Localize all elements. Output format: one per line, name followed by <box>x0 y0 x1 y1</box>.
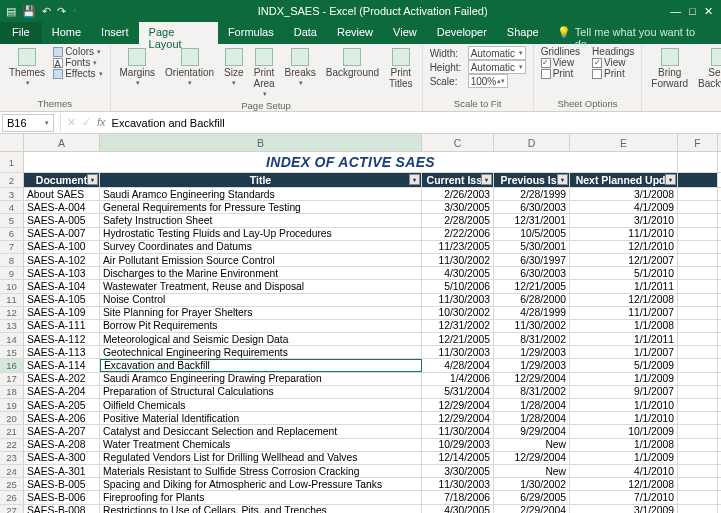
cell-previous-issue[interactable]: 1/28/2004 <box>494 412 570 424</box>
cell-title[interactable]: Water Treatment Chemicals <box>100 439 422 451</box>
cell-title[interactable]: Saudi Aramco Engineering Drawing Prepara… <box>100 373 422 385</box>
cell-previous-issue[interactable]: 1/30/2002 <box>494 478 570 490</box>
cell[interactable] <box>678 373 718 385</box>
cell-title[interactable]: Restrictions to Use of Cellars, Pits, an… <box>100 505 422 514</box>
cell[interactable] <box>678 399 718 411</box>
cell-title[interactable]: Meteorological and Seismic Design Data <box>100 333 422 345</box>
cell-document[interactable]: SAES-A-103 <box>24 267 100 279</box>
cell-title[interactable]: General Requirements for Pressure Testin… <box>100 201 422 213</box>
cell-next-update[interactable]: 1/1/2011 <box>570 333 678 345</box>
width-select[interactable]: Automatic▾ <box>468 46 526 60</box>
cell-previous-issue[interactable]: 11/30/2002 <box>494 320 570 332</box>
cell-previous-issue[interactable]: 1/28/2004 <box>494 399 570 411</box>
cell-next-update[interactable]: 5/1/2010 <box>570 267 678 279</box>
print-area-button[interactable]: Print Area▾ <box>250 46 277 100</box>
fonts-button[interactable]: AFonts▾ <box>52 57 103 68</box>
cell-current-issue[interactable]: 11/30/2003 <box>422 478 494 490</box>
undo-icon[interactable]: ↶ <box>42 5 51 18</box>
cell-current-issue[interactable]: 12/21/2005 <box>422 333 494 345</box>
cell-next-update[interactable]: 11/1/2007 <box>570 307 678 319</box>
cell[interactable] <box>678 254 718 266</box>
cell-next-update[interactable]: 1/1/2010 <box>570 412 678 424</box>
cell[interactable] <box>678 173 718 187</box>
row-header[interactable]: 15 <box>0 346 24 358</box>
save-icon[interactable]: 💾 <box>22 5 36 18</box>
cell-document[interactable]: SAES-A-205 <box>24 399 100 411</box>
enter-formula-icon[interactable]: ✓ <box>82 116 91 129</box>
cell-next-update[interactable]: 12/1/2007 <box>570 254 678 266</box>
cell-previous-issue[interactable]: 12/21/2005 <box>494 280 570 292</box>
header-current-issue[interactable]: Current Issu▾ <box>422 173 494 187</box>
cell-previous-issue[interactable]: 6/30/2003 <box>494 201 570 213</box>
cell-current-issue[interactable]: 4/28/2004 <box>422 359 494 371</box>
cell[interactable] <box>678 412 718 424</box>
row-header[interactable]: 24 <box>0 465 24 477</box>
row-header[interactable]: 10 <box>0 280 24 292</box>
cell-previous-issue[interactable]: 9/29/2004 <box>494 425 570 437</box>
cancel-formula-icon[interactable]: ✕ <box>67 116 76 129</box>
cell-document[interactable]: SAES-B-005 <box>24 478 100 490</box>
cell-document[interactable]: SAES-A-111 <box>24 320 100 332</box>
size-button[interactable]: Size▾ <box>221 46 246 89</box>
headings-print-checkbox[interactable] <box>592 69 602 79</box>
cell-title[interactable]: Preparation of Structural Calculations <box>100 386 422 398</box>
cell-title[interactable]: Survey Coordinates and Datums <box>100 241 422 253</box>
cell-document[interactable]: About SAES <box>24 188 100 200</box>
cell-previous-issue[interactable]: New <box>494 465 570 477</box>
cell-next-update[interactable]: 1/1/2011 <box>570 280 678 292</box>
tab-insert[interactable]: Insert <box>91 22 139 44</box>
col-header-c[interactable]: C <box>422 134 494 151</box>
cell-current-issue[interactable]: 11/30/2003 <box>422 294 494 306</box>
select-all-corner[interactable] <box>0 134 24 151</box>
tab-data[interactable]: Data <box>284 22 327 44</box>
row-header[interactable]: 25 <box>0 478 24 490</box>
send-backward-button[interactable]: Send Backward <box>695 46 721 91</box>
cell-title[interactable]: Fireproofing for Plants <box>100 491 422 503</box>
cell-previous-issue[interactable]: 8/31/2002 <box>494 386 570 398</box>
cell-current-issue[interactable]: 11/30/2002 <box>422 254 494 266</box>
maximize-icon[interactable]: □ <box>689 5 696 18</box>
tab-view[interactable]: View <box>383 22 427 44</box>
gridlines-print-checkbox[interactable] <box>541 69 551 79</box>
col-header-a[interactable]: A <box>24 134 100 151</box>
cell-next-update[interactable]: 1/1/2008 <box>570 439 678 451</box>
cell[interactable] <box>678 307 718 319</box>
row-header[interactable]: 18 <box>0 386 24 398</box>
row-header[interactable]: 14 <box>0 333 24 345</box>
cell-current-issue[interactable]: 5/31/2004 <box>422 386 494 398</box>
cell-title[interactable]: Noise Control <box>100 294 422 306</box>
row-header[interactable]: 19 <box>0 399 24 411</box>
col-header-b[interactable]: B <box>100 134 422 151</box>
cell-document[interactable]: SAES-A-113 <box>24 346 100 358</box>
row-header[interactable]: 16 <box>0 359 24 371</box>
cell-previous-issue[interactable]: New <box>494 439 570 451</box>
cell-document[interactable]: SAES-A-104 <box>24 280 100 292</box>
cell-next-update[interactable]: 1/1/2009 <box>570 373 678 385</box>
cell-title[interactable]: Positive Material Identification <box>100 412 422 424</box>
cell-current-issue[interactable]: 12/14/2005 <box>422 452 494 464</box>
cell-next-update[interactable]: 4/1/2009 <box>570 201 678 213</box>
formula-input[interactable]: Excavation and Backfill <box>106 117 721 129</box>
tab-page-layout[interactable]: Page Layout <box>139 22 218 44</box>
cell-previous-issue[interactable]: 12/31/2001 <box>494 214 570 226</box>
cell[interactable] <box>678 465 718 477</box>
cell[interactable] <box>678 359 718 371</box>
cell-title[interactable]: Oilfield Chemicals <box>100 399 422 411</box>
cell-current-issue[interactable]: 12/31/2002 <box>422 320 494 332</box>
row-header[interactable]: 13 <box>0 320 24 332</box>
cell-current-issue[interactable]: 3/30/2005 <box>422 465 494 477</box>
cell-previous-issue[interactable]: 6/30/2003 <box>494 267 570 279</box>
height-select[interactable]: Automatic▾ <box>468 60 526 74</box>
cell-next-update[interactable]: 11/1/2010 <box>570 228 678 240</box>
cell-previous-issue[interactable]: 2/28/1999 <box>494 188 570 200</box>
cell-document[interactable]: SAES-A-007 <box>24 228 100 240</box>
cell-current-issue[interactable]: 4/30/2005 <box>422 267 494 279</box>
cell-previous-issue[interactable]: 2/29/2004 <box>494 505 570 514</box>
cell-document[interactable]: SAES-A-301 <box>24 465 100 477</box>
row-header[interactable]: 11 <box>0 294 24 306</box>
cell-current-issue[interactable]: 5/10/2006 <box>422 280 494 292</box>
cell-next-update[interactable]: 12/1/2008 <box>570 294 678 306</box>
cell-current-issue[interactable]: 3/30/2005 <box>422 201 494 213</box>
cell-previous-issue[interactable]: 6/28/2000 <box>494 294 570 306</box>
tab-shape[interactable]: Shape <box>497 22 549 44</box>
